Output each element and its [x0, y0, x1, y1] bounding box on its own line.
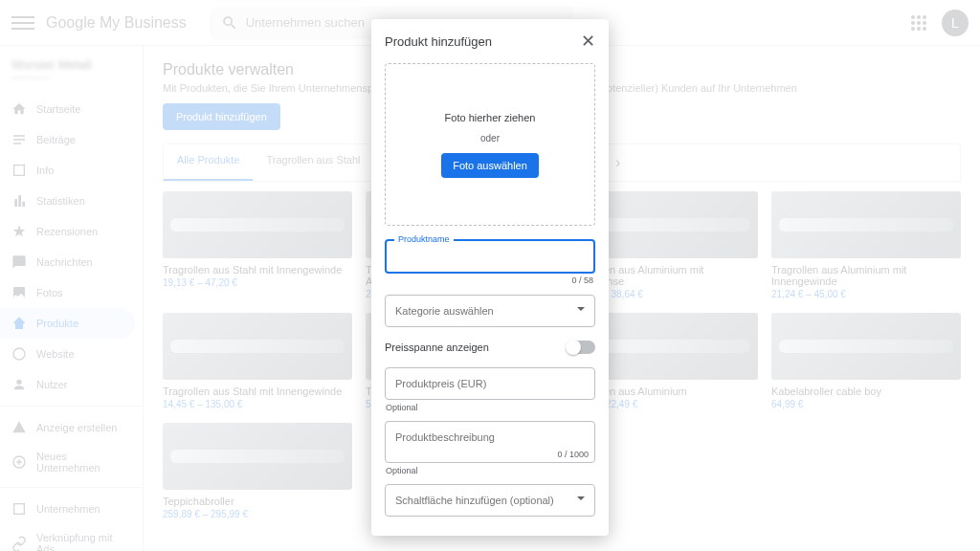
price-range-toggle[interactable]: [567, 341, 595, 354]
product-name-input[interactable]: [387, 241, 593, 272]
select-photo-button[interactable]: Foto auswählen: [441, 153, 539, 178]
product-name-field[interactable]: Produktname 0 / 58: [385, 239, 595, 274]
category-input[interactable]: [386, 296, 594, 326]
price-input[interactable]: [386, 368, 594, 399]
description-counter: 0 / 1000: [557, 450, 589, 459]
description-optional: Optional: [386, 466, 418, 475]
photo-dropzone[interactable]: Foto hierher ziehen oder Foto auswählen: [385, 63, 595, 226]
name-counter: 0 / 58: [571, 276, 593, 285]
chevron-down-icon: [577, 496, 585, 504]
price-range-label: Preisspanne anzeigen: [385, 342, 489, 353]
button-select[interactable]: [385, 484, 595, 517]
close-icon[interactable]: ✕: [581, 31, 595, 52]
modal-title: Produkt hinzufügen: [385, 34, 492, 49]
button-select-input[interactable]: [386, 485, 594, 516]
price-optional: Optional: [386, 403, 418, 412]
price-range-toggle-row: Preisspanne anzeigen: [385, 341, 595, 354]
chevron-down-icon: [577, 307, 585, 315]
dropzone-or: oder: [480, 133, 500, 143]
price-field[interactable]: Optional: [385, 367, 595, 400]
description-field[interactable]: 0 / 1000 Optional: [385, 421, 595, 463]
product-name-label: Produktname: [394, 234, 454, 244]
add-product-modal: Produkt hinzufügen ✕ Foto hierher ziehen…: [371, 19, 609, 536]
category-select[interactable]: [385, 295, 595, 327]
dropzone-text: Foto hierher ziehen: [445, 112, 536, 123]
